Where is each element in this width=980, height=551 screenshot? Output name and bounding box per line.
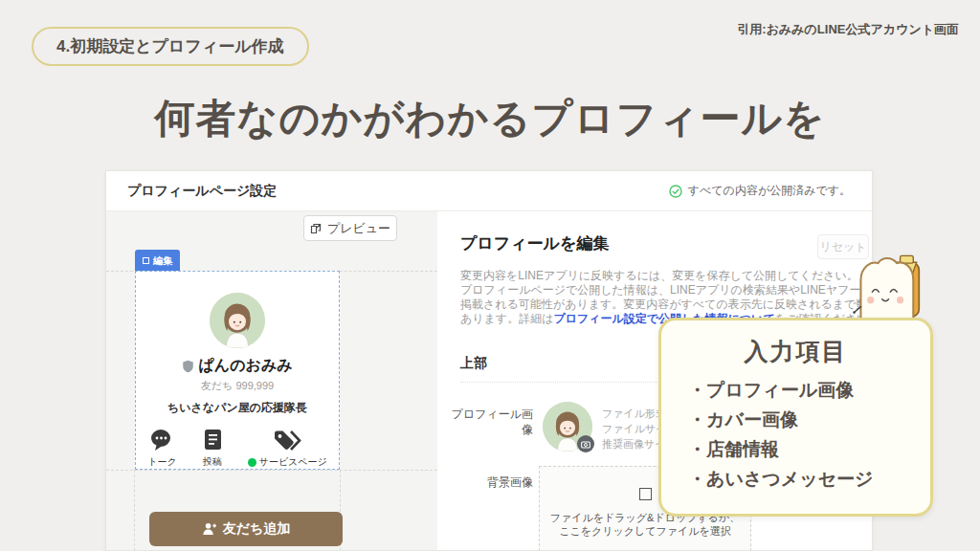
callout-item: ・カバー画像 — [688, 405, 930, 434]
service-tag-icon — [273, 429, 301, 452]
add-friend-label: 友だち追加 — [223, 520, 291, 538]
action-talk[interactable]: トーク — [147, 429, 176, 469]
check-circle-icon — [669, 185, 682, 198]
account-name: ぱんのおみみ — [198, 356, 292, 376]
verified-shield-icon — [182, 360, 194, 373]
profile-avatar — [210, 293, 265, 348]
friend-count: 友だち 999,999 — [136, 379, 339, 393]
profile-preview-card[interactable]: ぱんのおみみ 友だち 999,999 ちいさなパン屋の応援隊長 トーク — [135, 271, 340, 470]
section-title-top: 上部 — [460, 355, 487, 372]
edit-tag-label: 編集 — [153, 254, 172, 268]
guide-line — [106, 470, 437, 471]
external-link-icon — [310, 223, 322, 234]
action-posts-label: 投稿 — [203, 455, 222, 469]
preview-button[interactable]: プレビュー — [303, 215, 397, 241]
background-image-label: 背景画像 — [449, 474, 533, 490]
action-service-label: サービスページ — [259, 455, 327, 469]
desc-line: 変更内容をLINEアプリに反映するには、変更を保存して公開してください。 — [460, 269, 872, 283]
editor-title: プロフィールを編集 — [460, 232, 609, 254]
talk-bubble-icon — [149, 429, 174, 452]
publish-status: すべての内容が公開済みです。 — [669, 183, 851, 199]
camera-icon — [581, 440, 590, 449]
callout-item: ・プロフィール画像 — [688, 375, 930, 405]
callout-item: ・店舗情報 — [688, 434, 930, 464]
callout-item: ・あいさつメッセージ — [688, 464, 930, 494]
section-badge: 4.初期設定とプロフィール作成 — [32, 27, 309, 66]
add-friend-button[interactable]: 友だち追加 — [149, 512, 343, 546]
status-message: ちいさなパン屋の応援隊長 — [136, 400, 339, 416]
window-header: プロフィールページ設定 すべての内容が公開済みです。 — [106, 171, 872, 211]
publish-status-text: すべての内容が公開済みです。 — [688, 183, 851, 199]
edit-tag[interactable]: 編集 — [135, 250, 180, 272]
action-posts[interactable]: 投稿 — [202, 429, 223, 469]
callout-title: 入力項目 — [661, 336, 930, 367]
input-items-callout: 入力項目 ・プロフィール画像 ・カバー画像 ・店舗情報 ・あいさつメッセージ — [658, 318, 933, 517]
service-status-dot — [248, 458, 256, 467]
edit-icon — [143, 257, 149, 264]
avatar-girl-illustration — [210, 293, 265, 348]
change-photo-button[interactable] — [577, 435, 594, 452]
image-placeholder-icon — [639, 488, 652, 500]
preview-panel: プレビュー 編集 — [106, 211, 437, 551]
callout-list: ・プロフィール画像 ・カバー画像 ・店舗情報 ・あいさつメッセージ — [661, 375, 930, 494]
action-service-page[interactable]: サービスページ — [248, 429, 327, 469]
preview-button-label: プレビュー — [327, 220, 390, 237]
guide-line — [134, 470, 135, 551]
add-friend-icon — [202, 522, 216, 536]
desc-line: プロフィールページで公開した情報は、LINEアプリの検索結果やLINEヤフー株式… — [460, 283, 872, 298]
profile-image-label: プロフィール画像 — [449, 407, 533, 437]
action-talk-label: トーク — [147, 455, 176, 469]
posts-icon — [202, 429, 223, 452]
citation-text: 引用:おみみのLINE公式アカウント画面 — [737, 21, 959, 38]
slide-title: 何者なのかがわかるプロフィールを — [0, 92, 980, 145]
desc-line: 掲載される可能性があります。変更内容がすべての表示先に反映されるまで数営業日かか… — [460, 298, 872, 312]
window-title: プロフィールページ設定 — [127, 183, 277, 200]
